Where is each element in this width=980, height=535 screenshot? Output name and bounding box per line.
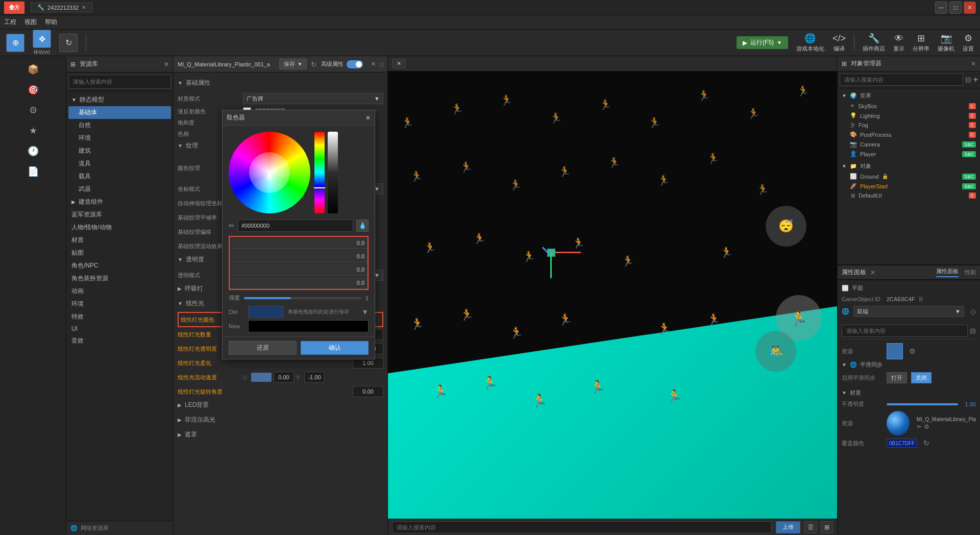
menu-view[interactable]: 视图: [24, 18, 37, 27]
resolution-button[interactable]: ⊞ 分辨率: [913, 33, 929, 53]
save-dropdown-icon[interactable]: ▼: [297, 61, 302, 67]
settings-button[interactable]: ⚙ 设置: [963, 33, 974, 53]
smooth-open-button[interactable]: 打开: [887, 372, 907, 383]
category-blue-army[interactable]: 蓝军资源库: [68, 208, 171, 221]
strength-slider[interactable]: [244, 297, 361, 299]
copy-icon[interactable]: ⎘: [919, 296, 923, 303]
object-search-input[interactable]: [840, 74, 963, 86]
localize-button[interactable]: 🌐 游戏本地化: [796, 33, 824, 53]
compile-button[interactable]: </> 编译: [832, 33, 846, 53]
viewport-close[interactable]: ✕: [392, 59, 406, 68]
sidebar-btn-history[interactable]: 🕐: [2, 142, 64, 160]
camera-button[interactable]: 📷 摄像机: [938, 33, 954, 53]
material-ball[interactable]: [887, 411, 910, 435]
grid-view-button[interactable]: ⊞: [821, 521, 833, 533]
display-button[interactable]: 👁 显示: [893, 33, 904, 53]
category-costume[interactable]: 角色装扮资源: [68, 272, 171, 285]
playerstart-item[interactable]: 🚀 PlayerStart S&C: [840, 181, 978, 191]
hue-slider[interactable]: [314, 132, 325, 213]
advanced-toggle[interactable]: 高级属性: [321, 60, 363, 68]
move-button[interactable]: ✥: [33, 30, 51, 48]
object-manager-close[interactable]: ✕: [971, 60, 976, 67]
resource-swatch[interactable]: [887, 343, 903, 359]
sidebar-btn-asset[interactable]: 📦: [2, 60, 64, 79]
category-audio[interactable]: 音效: [68, 334, 171, 347]
material-settings-icon[interactable]: ⚙: [924, 423, 929, 430]
category-nature[interactable]: 自然: [68, 119, 171, 132]
performance-tab[interactable]: 性能: [965, 269, 976, 276]
a-input[interactable]: [230, 277, 368, 289]
refresh-btn[interactable]: ↻: [923, 439, 929, 447]
smooth-sync-header[interactable]: ▼ 🌐 平滑同步: [842, 361, 976, 369]
line-light-rotate-input[interactable]: [353, 386, 383, 397]
material-mode-dropdown[interactable]: 广告牌 ▼: [243, 93, 383, 104]
doubleside-dropdown[interactable]: 双端 ▼: [853, 306, 964, 317]
r-input[interactable]: [230, 237, 368, 249]
category-env[interactable]: 环境: [68, 298, 171, 310]
category-architecture[interactable]: 建筑: [68, 144, 171, 157]
led-section[interactable]: ▶ LED背景: [178, 399, 383, 411]
color-wheel[interactable]: [229, 132, 310, 213]
defaultui-item[interactable]: 🖥 DefaultUI C: [840, 191, 978, 200]
material-section-header[interactable]: ▼ 材质: [842, 389, 976, 397]
player-item[interactable]: 👤 Player S&C: [840, 149, 978, 159]
fresnel-section[interactable]: ▶ 菲涅尔高光: [178, 414, 383, 426]
eyedropper-button[interactable]: 💧: [356, 220, 369, 232]
asset-footer[interactable]: 🌐 网络资源库: [66, 521, 173, 535]
category-environment[interactable]: 环境: [68, 132, 171, 144]
v-input4[interactable]: [304, 372, 325, 383]
sidebar-btn-star[interactable]: ★: [2, 121, 64, 140]
category-animation[interactable]: 动画: [68, 285, 171, 298]
rotate-button[interactable]: ↻: [59, 34, 78, 52]
gizmo[interactable]: [532, 228, 583, 279]
gizmo-x-axis[interactable]: [555, 252, 581, 253]
maximize-button[interactable]: □: [949, 2, 962, 14]
mask-section[interactable]: ▶ 遮罩: [178, 428, 383, 441]
world-header[interactable]: ▼ 🌍 世界: [840, 90, 978, 101]
sidebar-btn-object[interactable]: 🎯: [2, 81, 64, 99]
props-search-input[interactable]: [842, 325, 968, 337]
run-button[interactable]: ▶ 运行(F5) ▼: [737, 36, 788, 49]
lighting-item[interactable]: 💡 Lighting C: [840, 111, 978, 120]
list-view-button[interactable]: ☰: [804, 521, 817, 533]
u-slider[interactable]: [251, 373, 272, 382]
toggle-switch[interactable]: [347, 60, 363, 68]
b-input[interactable]: [230, 263, 368, 276]
confirm-button[interactable]: 确认: [301, 341, 369, 355]
run-dropdown-icon[interactable]: ▼: [777, 40, 782, 45]
asset-panel-close[interactable]: ✕: [164, 61, 169, 68]
gizmo-y-axis[interactable]: [550, 253, 552, 278]
basic-section-header[interactable]: ▼ 基础属性: [178, 77, 383, 89]
hue-thumb[interactable]: [313, 187, 326, 189]
use-mode-button[interactable]: ⊕: [6, 34, 24, 52]
alpha-slider[interactable]: [328, 132, 338, 213]
props-panel-close[interactable]: ✕: [870, 269, 875, 276]
u-input4[interactable]: [274, 372, 294, 383]
camera-tree-item[interactable]: 📷 Camera S&C: [840, 139, 978, 149]
app-tab[interactable]: 🔧 2422212332 ✕: [31, 3, 92, 12]
menu-help[interactable]: 帮助: [45, 18, 57, 27]
panel-expand-icon[interactable]: □: [380, 61, 383, 67]
g-input[interactable]: [230, 250, 368, 262]
category-textures[interactable]: 贴图: [68, 247, 171, 259]
pencil-icon[interactable]: ✏: [229, 222, 235, 230]
sidebar-btn-script[interactable]: 📄: [2, 162, 64, 181]
plugin-button[interactable]: 🔧 插件商店: [863, 33, 885, 53]
upload-button[interactable]: 上传: [776, 521, 800, 533]
ui-circle-3[interactable]: 🤼: [755, 331, 796, 372]
viewport-search-input[interactable]: [392, 521, 772, 533]
category-static-model[interactable]: ▼ 静态模型: [68, 93, 171, 106]
ground-item[interactable]: ⬜ Ground 🔒 S&C: [840, 172, 978, 181]
cover-color-badge[interactable]: 0B1C7DFF: [887, 439, 917, 448]
filter-icon[interactable]: ⊟: [965, 76, 971, 84]
resource-settings-icon[interactable]: ⚙: [909, 347, 916, 355]
dropdown-arrow[interactable]: ▼: [361, 308, 369, 316]
category-npc[interactable]: 角色/NPC: [68, 259, 171, 272]
category-props[interactable]: 道具: [68, 157, 171, 170]
hex-input[interactable]: [238, 220, 353, 232]
minimize-button[interactable]: ─: [935, 2, 947, 14]
close-button[interactable]: ✕: [964, 2, 976, 14]
save-button[interactable]: 保存 ▼: [279, 59, 307, 69]
category-build[interactable]: ▶ 建造组件: [68, 196, 171, 208]
ui-circle-1[interactable]: 😴: [766, 206, 806, 247]
